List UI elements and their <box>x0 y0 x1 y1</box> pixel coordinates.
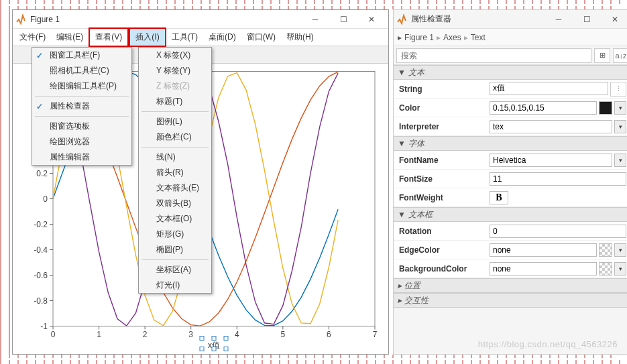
menu-item[interactable]: 坐标区(A) <box>139 262 211 278</box>
prop-interpreter: Interpreter ▾ <box>394 117 627 136</box>
color-input[interactable] <box>490 101 597 115</box>
menu-item[interactable]: 标题(T) <box>139 94 211 109</box>
figure-title: Figure 1 <box>30 15 301 24</box>
svg-text:5: 5 <box>281 330 286 339</box>
svg-text:4: 4 <box>235 330 239 339</box>
color-swatch[interactable] <box>599 101 612 115</box>
menu-item[interactable]: 颜色栏(C) <box>139 129 211 145</box>
matlab-icon <box>15 14 26 25</box>
search-row: ⊞ a↓z <box>394 46 627 65</box>
menu-item[interactable]: 灯光(I) <box>139 278 211 293</box>
close-button[interactable]: ✕ <box>357 11 386 28</box>
svg-text:2: 2 <box>143 330 148 339</box>
minimize-button[interactable]: ─ <box>301 11 329 28</box>
prop-bgcolor: BackgroundColor ▾ <box>394 259 627 278</box>
menu-help[interactable]: 帮助(H) <box>281 29 319 46</box>
svg-text:-0.6: -0.6 <box>34 271 48 280</box>
menu-edit[interactable]: 编辑(E) <box>51 29 89 46</box>
menu-item[interactable]: Z 标签(Z) <box>139 78 211 94</box>
menubar: 文件(F) 编辑(E) 查看(V) 插入(I) 工具(T) 桌面(D) 窗口(W… <box>13 29 388 46</box>
search-input[interactable] <box>396 48 591 63</box>
menu-item[interactable]: 图窗选项板 <box>32 119 131 134</box>
view-grid-button[interactable]: ⊞ <box>594 48 610 63</box>
menu-item[interactable]: 文本框(O) <box>139 211 211 227</box>
breadcrumb-item[interactable]: Axes <box>443 33 461 42</box>
section-position[interactable]: ▸ 位置 <box>394 278 627 293</box>
svg-text:6: 6 <box>327 330 331 339</box>
menu-item[interactable]: Y 标签(Y) <box>139 63 211 78</box>
fontname-input[interactable] <box>490 154 612 167</box>
dropdown-button[interactable]: ▾ <box>614 262 626 276</box>
menu-desktop[interactable]: 桌面(D) <box>203 29 241 46</box>
menu-item[interactable]: 矩形(G) <box>139 227 211 242</box>
menu-item[interactable]: 照相机工具栏(C) <box>32 63 131 78</box>
bgcolor-input[interactable] <box>490 262 597 276</box>
close-button[interactable]: ✕ <box>601 11 627 28</box>
prop-rotation: Rotation <box>394 222 627 241</box>
prop-fontname: FontName ▾ <box>394 151 627 170</box>
svg-rect-34 <box>200 337 204 341</box>
menu-item[interactable]: 绘图编辑工具栏(P) <box>32 78 131 94</box>
svg-text:-0.2: -0.2 <box>34 220 48 229</box>
menu-file[interactable]: 文件(F) <box>14 29 51 46</box>
more-button[interactable]: ⋮ <box>610 82 626 97</box>
color-swatch[interactable] <box>599 243 612 257</box>
menu-item[interactable]: 文本箭头(E) <box>139 180 211 196</box>
prop-color: Color ▾ <box>394 99 627 117</box>
inspector-titlebar: 属性检查器 ─ ☐ ✕ <box>394 10 627 29</box>
menu-tools[interactable]: 工具(T) <box>166 29 203 46</box>
menu-item[interactable]: 双箭头(B) <box>139 196 211 211</box>
dropdown-button[interactable]: ▾ <box>614 243 626 257</box>
svg-text:1: 1 <box>97 330 101 339</box>
dropdown-button[interactable]: ▾ <box>614 101 626 115</box>
menu-view[interactable]: 查看(V) <box>89 27 129 47</box>
breadcrumb-item[interactable]: Figure 1 <box>404 33 434 42</box>
svg-rect-38 <box>224 337 228 341</box>
dropdown-button[interactable]: ▾ <box>614 120 626 133</box>
bold-button[interactable]: B <box>490 191 508 204</box>
svg-text:-1: -1 <box>40 322 48 331</box>
svg-text:0: 0 <box>51 330 56 339</box>
maximize-button[interactable]: ☐ <box>329 11 357 28</box>
prop-fontsize: FontSize <box>394 170 627 188</box>
prop-fontweight: FontWeight B <box>394 188 627 207</box>
prop-string: String ⋮ <box>394 80 627 99</box>
sort-button[interactable]: a↓z <box>613 48 627 63</box>
maximize-button[interactable]: ☐ <box>573 11 601 28</box>
menu-item[interactable]: 图例(L) <box>139 114 211 129</box>
section-textbox[interactable]: ▼ 文本框 <box>394 207 627 222</box>
breadcrumb-item[interactable]: Text <box>471 33 486 42</box>
figure-window: Figure 1 ─ ☐ ✕ 文件(F) 编辑(E) 查看(V) 插入(I) 工… <box>12 9 389 355</box>
interpreter-input[interactable] <box>490 120 612 133</box>
figure-titlebar: Figure 1 ─ ☐ ✕ <box>13 10 388 29</box>
matlab-icon <box>396 14 407 25</box>
section-text[interactable]: ▼ 文本 <box>394 65 627 80</box>
fontsize-input[interactable] <box>490 172 626 186</box>
color-swatch[interactable] <box>599 262 612 276</box>
prop-edgecolor: EdgeColor ▾ <box>394 241 627 259</box>
menu-window[interactable]: 窗口(W) <box>241 29 281 46</box>
menu-item[interactable]: 线(N) <box>139 149 211 165</box>
inspector-title: 属性检查器 <box>411 13 545 25</box>
menu-item[interactable]: 箭头(R) <box>139 165 211 180</box>
section-interact[interactable]: ▸ 交互性 <box>394 293 627 308</box>
svg-text:7: 7 <box>373 330 378 339</box>
back-icon[interactable]: ▸ <box>398 33 402 42</box>
menu-item[interactable]: ✓属性检查器 <box>32 99 131 114</box>
menu-item[interactable]: 绘图浏览器 <box>32 134 131 149</box>
menu-insert[interactable]: 插入(I) <box>129 27 166 47</box>
dropdown-button[interactable]: ▾ <box>614 154 626 167</box>
minimize-button[interactable]: ─ <box>545 11 573 28</box>
menu-item[interactable]: 属性编辑器 <box>32 149 131 165</box>
menu-item[interactable]: X 标签(X) <box>139 48 211 63</box>
svg-text:0: 0 <box>43 194 48 204</box>
menu-item[interactable]: 椭圆(P) <box>139 242 211 257</box>
inspector-window: 属性检查器 ─ ☐ ✕ ▸ Figure 1 ▸ Axes ▸ Text ⊞ a… <box>393 9 627 355</box>
svg-text:-0.8: -0.8 <box>34 296 48 306</box>
svg-rect-37 <box>212 347 216 351</box>
string-input[interactable] <box>490 82 608 95</box>
menu-item[interactable]: ✓图窗工具栏(F) <box>32 48 131 63</box>
section-font[interactable]: ▼ 字体 <box>394 136 627 151</box>
edgecolor-input[interactable] <box>490 243 597 257</box>
rotation-input[interactable] <box>490 225 626 238</box>
